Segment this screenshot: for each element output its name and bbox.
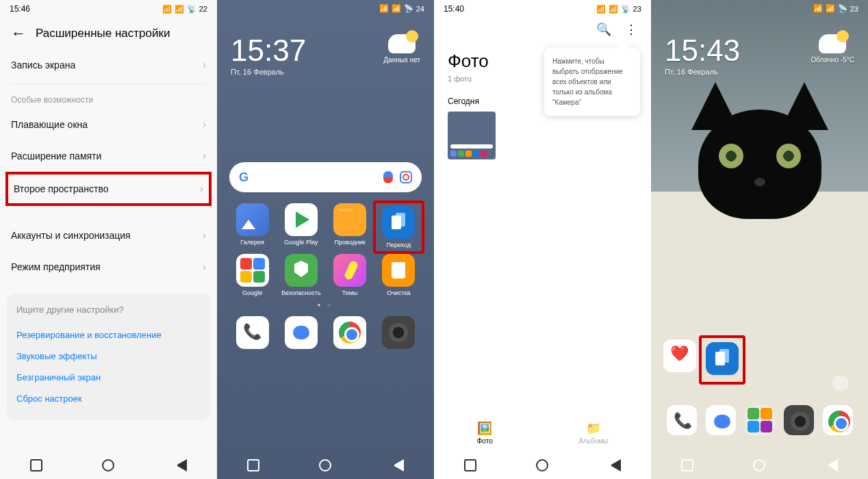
- nav-bar: [651, 452, 868, 479]
- nav-home-icon[interactable]: [753, 459, 765, 471]
- nav-back-icon[interactable]: [609, 459, 621, 471]
- dock-chrome[interactable]: [327, 316, 373, 352]
- app-switch-space[interactable]: [699, 335, 745, 385]
- app-row: [663, 339, 741, 380]
- phone-icon: [667, 405, 697, 435]
- dock-folder[interactable]: [741, 405, 778, 438]
- nav-back-icon[interactable]: [392, 459, 404, 471]
- status-icons: 📶📶📡23: [596, 5, 641, 14]
- onboarding-tooltip[interactable]: Нажмите, чтобы выбрать отображение всех …: [544, 48, 640, 116]
- tab-albums[interactable]: 📁Альбомы: [578, 421, 608, 445]
- search-icon[interactable]: 🔍: [596, 22, 611, 37]
- mic-icon[interactable]: [383, 171, 393, 183]
- phone-icon: [236, 316, 269, 349]
- tip-fullscreen[interactable]: Безграничный экран: [16, 367, 201, 388]
- weather-text: Облачно -5°C: [811, 56, 854, 64]
- albums-icon: 📁: [578, 421, 608, 436]
- dock-phone[interactable]: [663, 405, 700, 438]
- dock-camera[interactable]: [376, 316, 422, 352]
- tab-photos[interactable]: 🖼️Фото: [477, 421, 493, 445]
- messages-icon: [706, 405, 736, 435]
- weather-text: Данных нет: [383, 56, 420, 64]
- weather-icon: [819, 34, 846, 53]
- switch-space-icon: [706, 342, 739, 375]
- status-bar: 📶📶📡24: [217, 0, 434, 17]
- weather-widget[interactable]: Облачно -5°C: [811, 34, 854, 64]
- status-bar: 📶📶📡23: [651, 0, 868, 17]
- nav-recent-icon[interactable]: [681, 459, 693, 471]
- dock-phone[interactable]: [229, 316, 275, 352]
- app-file-manager[interactable]: Проводник: [327, 203, 373, 251]
- dock-camera[interactable]: [780, 405, 817, 438]
- nav-bar: [434, 452, 651, 479]
- row-screen-record[interactable]: Запись экрана›: [11, 49, 206, 81]
- nav-home-icon[interactable]: [319, 459, 331, 471]
- row-floating-windows[interactable]: Плавающие окна›: [11, 109, 206, 140]
- app-gallery[interactable]: Галерея: [229, 203, 275, 251]
- app-security[interactable]: Безопасность: [278, 254, 324, 296]
- app-cleaner[interactable]: Очистка: [376, 254, 422, 296]
- gallery-screen: 15:40 📶📶📡23 🔍 ⋮ Фото Нажмите, чтобы выбр…: [434, 0, 651, 479]
- google-logo-icon: G: [239, 170, 253, 184]
- row-enterprise-mode[interactable]: Режим предприятия›: [11, 251, 206, 283]
- play-store-icon: [285, 203, 318, 236]
- shield-icon: [285, 254, 318, 287]
- photo-thumbnail[interactable]: [448, 112, 496, 159]
- section-label: Особые возможности: [11, 91, 206, 109]
- divider: [11, 83, 206, 84]
- chevron-right-icon: ›: [203, 150, 206, 162]
- swipe-up-indicator[interactable]: ⌃: [832, 375, 849, 391]
- chrome-icon: [333, 316, 366, 349]
- row-memory-extension[interactable]: Расширение памяти›: [11, 140, 206, 172]
- dock: [651, 405, 868, 438]
- nav-back-icon[interactable]: [826, 459, 838, 471]
- home-screen-first-space: 📶📶📡24 15:37 Пт, 16 Февраль Данных нет G …: [217, 0, 434, 479]
- nav-home-icon[interactable]: [536, 459, 548, 471]
- tip-reset[interactable]: Сброс настроек: [16, 388, 201, 409]
- status-icons: 📶📶📡24: [379, 4, 424, 13]
- camera-icon: [382, 316, 415, 349]
- health-icon: [663, 339, 696, 372]
- status-icons: 📶📶📡23: [813, 4, 858, 13]
- gallery-icon: [236, 203, 269, 236]
- tip-sound[interactable]: Звуковые эффекты: [16, 346, 201, 367]
- settings-screen: 15:46 📶📶📡22 ← Расширенные настройки Запи…: [0, 0, 217, 479]
- messages-icon: [285, 316, 318, 349]
- back-icon[interactable]: ←: [11, 25, 26, 42]
- dock: [217, 311, 434, 354]
- status-time: 15:46: [10, 4, 30, 14]
- dock-chrome[interactable]: [819, 405, 856, 438]
- switch-space-icon: [382, 206, 415, 239]
- nav-home-icon[interactable]: [102, 459, 114, 471]
- photo-icon: 🖼️: [477, 421, 493, 436]
- app-google-play[interactable]: Google Play: [278, 203, 324, 251]
- settings-list: Запись экрана› Особые возможности Плаваю…: [0, 49, 217, 283]
- more-icon[interactable]: ⋮: [625, 22, 637, 37]
- apps-folder-icon: [745, 405, 775, 435]
- nav-recent-icon[interactable]: [247, 459, 259, 471]
- status-icons: 📶📶📡22: [162, 5, 207, 14]
- nav-back-icon[interactable]: [175, 459, 187, 471]
- weather-widget[interactable]: Данных нет: [383, 34, 420, 64]
- dock-messages[interactable]: [702, 405, 739, 438]
- row-second-space[interactable]: Второе пространство›: [5, 172, 212, 206]
- lens-icon[interactable]: [400, 171, 412, 183]
- nav-recent-icon[interactable]: [464, 459, 476, 471]
- page-indicator: ● ○: [217, 299, 434, 311]
- nav-recent-icon[interactable]: [30, 459, 42, 471]
- chevron-right-icon: ›: [203, 229, 206, 242]
- dock-messages[interactable]: [278, 316, 324, 352]
- app-health[interactable]: [663, 339, 696, 380]
- app-switch-space[interactable]: Переход: [373, 200, 424, 254]
- chrome-icon: [823, 405, 853, 435]
- nav-bar: [217, 452, 434, 479]
- app-google-folder[interactable]: Google: [229, 254, 275, 296]
- status-time: 15:40: [444, 4, 464, 14]
- camera-icon: [784, 405, 814, 435]
- app-themes[interactable]: Темы: [327, 254, 373, 296]
- clock-date: Пт, 16 Февраль: [231, 68, 420, 76]
- google-search-bar[interactable]: G: [229, 162, 422, 192]
- tip-backup[interactable]: Резервирование и восстановление: [16, 324, 201, 346]
- header: ← Расширенные настройки: [0, 18, 217, 49]
- row-accounts-sync[interactable]: Аккаунты и синхронизация›: [11, 220, 206, 251]
